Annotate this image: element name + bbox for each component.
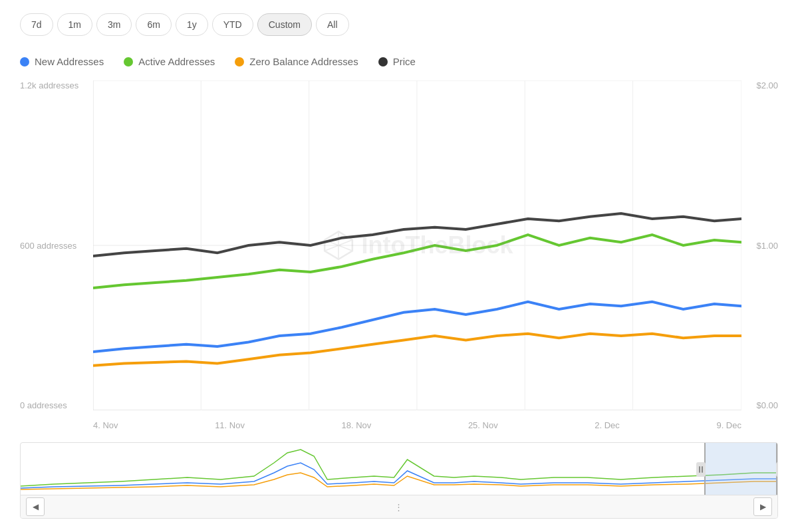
- y-left-bot: 0 addresses: [20, 400, 93, 410]
- navigator-controls: ◀ ⋮ ▶: [21, 495, 777, 518]
- svg-rect-15: [702, 466, 703, 473]
- main-chart-svg: [93, 80, 741, 410]
- legend-zero-balance[interactable]: Zero Balance Addresses: [235, 56, 358, 67]
- x-label-1: 11. Nov: [215, 420, 245, 430]
- btn-6m[interactable]: 6m: [136, 13, 171, 36]
- btn-1y[interactable]: 1y: [176, 13, 208, 36]
- navigator-svg: [21, 443, 777, 496]
- btn-3m[interactable]: 3m: [96, 13, 132, 36]
- x-label-0: 4. Nov: [93, 420, 118, 430]
- legend-dot-price: [378, 57, 388, 66]
- btn-ytd[interactable]: YTD: [212, 13, 253, 36]
- y-axis-left: 1.2k addresses 600 addresses 0 addresses: [20, 80, 93, 410]
- x-label-2: 18. Nov: [342, 420, 372, 430]
- x-label-4: 2. Dec: [595, 420, 620, 430]
- btn-7d[interactable]: 7d: [20, 13, 53, 36]
- chart-svg-wrapper: IntoTheBlock: [93, 80, 741, 410]
- x-label-5: 9. Dec: [716, 420, 741, 430]
- nav-selection[interactable]: [704, 443, 777, 496]
- y-axis-right: $2.00 $1.00 $0.00: [741, 80, 778, 410]
- nav-center-drag: ⋮: [394, 502, 404, 512]
- y-left-top: 1.2k addresses: [20, 80, 93, 90]
- x-axis: 4. Nov 11. Nov 18. Nov 25. Nov 2. Dec 9.…: [93, 413, 741, 437]
- chart-legend: New Addresses Active Addresses Zero Bala…: [20, 49, 778, 74]
- legend-label-zero: Zero Balance Addresses: [249, 56, 358, 67]
- y-left-mid: 600 addresses: [20, 241, 93, 251]
- legend-dot-zero: [235, 57, 244, 66]
- chart-navigator[interactable]: Jul '23 Jan '24 Jul '24 ◀ ⋮ ▶: [20, 442, 778, 519]
- nav-handle-right[interactable]: [776, 462, 778, 477]
- chart-area: 1.2k addresses 600 addresses 0 addresses…: [20, 80, 778, 519]
- legend-price[interactable]: Price: [378, 56, 416, 67]
- legend-label-active: Active Addresses: [138, 56, 215, 67]
- nav-prev-button[interactable]: ◀: [26, 497, 45, 516]
- legend-active-addresses[interactable]: Active Addresses: [124, 56, 215, 67]
- btn-custom[interactable]: Custom: [257, 13, 312, 36]
- main-container: 7d 1m 3m 6m 1y YTD Custom All New Addres…: [0, 0, 798, 532]
- main-chart: 1.2k addresses 600 addresses 0 addresses…: [20, 80, 778, 437]
- y-right-top: $2.00: [756, 80, 778, 90]
- time-range-selector: 7d 1m 3m 6m 1y YTD Custom All: [20, 13, 778, 36]
- btn-1m[interactable]: 1m: [57, 13, 92, 36]
- btn-all[interactable]: All: [316, 13, 349, 36]
- x-label-3: 25. Nov: [468, 420, 498, 430]
- nav-handle-left[interactable]: [696, 462, 706, 477]
- nav-next-button[interactable]: ▶: [753, 497, 772, 516]
- legend-label-price: Price: [393, 56, 416, 67]
- legend-dot-active: [124, 57, 133, 66]
- legend-new-addresses[interactable]: New Addresses: [20, 56, 104, 67]
- y-right-mid: $1.00: [756, 241, 778, 251]
- legend-dot-new: [20, 57, 29, 66]
- y-right-bot: $0.00: [756, 400, 778, 410]
- legend-label-new: New Addresses: [35, 56, 104, 67]
- svg-rect-14: [699, 466, 700, 473]
